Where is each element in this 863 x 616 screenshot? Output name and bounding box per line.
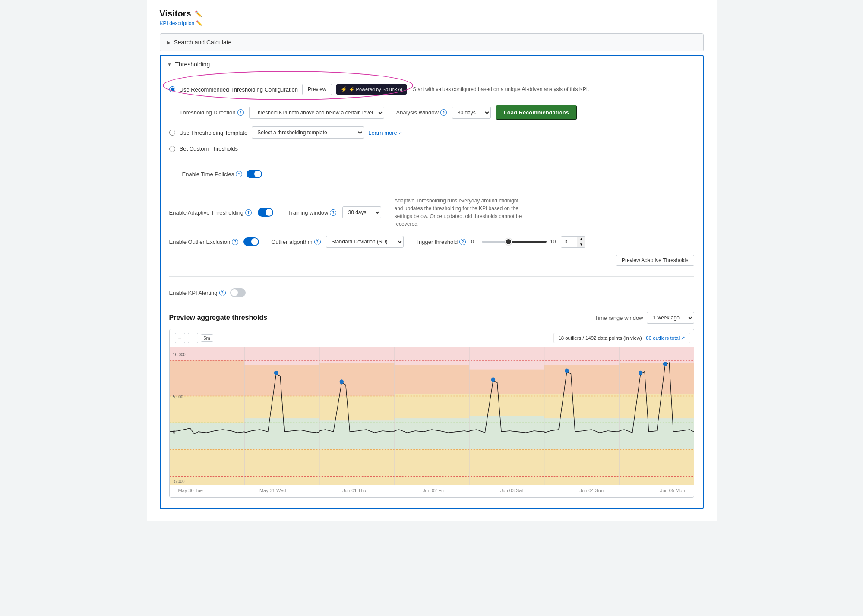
preview-button[interactable]: Preview [302, 84, 332, 95]
svg-rect-35 [619, 449, 694, 485]
trigger-slider-container: 0.1 10 [471, 239, 556, 245]
trigger-threshold-label: Trigger threshold ? [416, 239, 466, 245]
chart-header: Preview aggregate thresholds Time range … [169, 312, 694, 324]
svg-text:10,000: 10,000 [173, 352, 185, 357]
title-edit-icon[interactable]: ✏️ [195, 10, 202, 17]
template-option-row: Use Thresholding Template Select a thres… [169, 123, 694, 142]
time-range-select[interactable]: 1 week ago 2 weeks ago 1 month ago [647, 312, 694, 324]
trigger-value-up[interactable]: ▲ [577, 237, 585, 242]
custom-option-row: Set Custom Thresholds [169, 142, 694, 155]
adaptive-description: Adaptive Thresholding runs everyday arou… [394, 197, 524, 228]
svg-rect-29 [544, 418, 619, 449]
outlier-badge: 18 outliers / 1492 data points (in view)… [553, 333, 690, 343]
trigger-value-input[interactable] [561, 237, 577, 247]
lightning-icon: ⚡ [341, 86, 347, 92]
trigger-max-val: 10 [550, 239, 556, 245]
svg-rect-32 [619, 363, 694, 394]
adaptive-toggle[interactable] [258, 208, 273, 217]
svg-rect-17 [394, 365, 469, 394]
alerting-label: Enable KPI Alerting ? [169, 290, 226, 296]
svg-rect-24 [469, 416, 544, 449]
analysis-window-label: Analysis Window ? [396, 109, 447, 116]
outlier-toggle[interactable] [243, 237, 259, 246]
chart-interval: 5m [201, 334, 213, 342]
svg-point-47 [491, 377, 495, 382]
search-calculate-header[interactable]: ▶ Search and Calculate [160, 34, 703, 51]
page-title: Visitors [160, 9, 191, 19]
svg-rect-10 [244, 449, 319, 485]
svg-point-45 [274, 371, 278, 375]
recommended-label: Use Recommended Thresholding Configurati… [180, 86, 298, 93]
kpi-description-link[interactable]: KPI description ✏️ [160, 20, 704, 26]
trigger-value-arrows: ▲ ▼ [577, 237, 585, 247]
chart-section: Preview aggregate thresholds Time range … [169, 312, 694, 498]
adaptive-label: Enable Adaptive Thresholding ? [169, 209, 252, 216]
trigger-value-down[interactable]: ▼ [577, 242, 585, 247]
chart-x-labels: May 30 Tue May 31 Wed Jun 01 Thu Jun 02 … [170, 485, 694, 497]
thresholding-section: ▼ Thresholding Use Recommended Threshold… [160, 55, 704, 509]
thresholding-header[interactable]: ▼ Thresholding [161, 56, 703, 73]
svg-rect-30 [544, 449, 619, 485]
direction-row: Thresholding Direction ? Threshold KPI b… [169, 102, 694, 123]
adaptive-row: Enable Adaptive Thresholding ? Training … [169, 193, 694, 232]
recommended-radio[interactable] [169, 86, 175, 92]
svg-rect-33 [619, 394, 694, 418]
outlier-total-link[interactable]: 80 outliers total ↗ [646, 335, 685, 341]
trigger-help-icon[interactable]: ? [459, 239, 466, 245]
svg-rect-25 [469, 449, 544, 485]
time-policies-toggle[interactable] [247, 170, 262, 178]
template-radio[interactable] [169, 130, 175, 136]
ai-button[interactable]: ⚡ ⚡ Powered by Splunk AI [336, 84, 407, 95]
section-separator [169, 276, 694, 277]
outlier-row: Enable Outlier Exclusion ? Outlier algor… [169, 232, 694, 251]
svg-point-50 [663, 362, 667, 366]
outlier-label: Enable Outlier Exclusion ? [169, 239, 239, 245]
search-chevron-icon: ▶ [167, 40, 171, 45]
svg-text:-5,000: -5,000 [173, 479, 184, 483]
time-policies-help-icon[interactable]: ? [236, 171, 242, 177]
svg-rect-2 [170, 360, 245, 396]
learn-more-link[interactable]: Learn more ↗ [368, 130, 401, 136]
svg-rect-34 [619, 418, 694, 449]
load-recommendations-button[interactable]: Load Recommendations [496, 105, 577, 120]
svg-rect-7 [244, 365, 319, 396]
kpi-edit-icon[interactable]: ✏️ [196, 20, 202, 26]
outlier-help-icon[interactable]: ? [232, 239, 238, 245]
training-window-label: Training window ? [288, 209, 336, 216]
preview-adaptive-button[interactable]: Preview Adaptive Thresholds [616, 255, 694, 266]
svg-rect-28 [544, 394, 619, 418]
zoom-in-button[interactable]: + [175, 333, 185, 343]
divider-2 [169, 187, 694, 187]
time-policies-row: Enable Time Policies ? [169, 166, 694, 182]
adaptive-help-icon[interactable]: ? [245, 209, 252, 216]
direction-select[interactable]: Threshold KPI both above and below a cer… [249, 107, 384, 119]
alerting-help-icon[interactable]: ? [219, 290, 226, 296]
algorithm-select[interactable]: Standard Deviation (SD) IQR [326, 236, 404, 248]
training-window-help-icon[interactable]: ? [330, 209, 336, 216]
svg-rect-13 [319, 396, 395, 421]
alerting-toggle[interactable] [230, 288, 246, 297]
divider-1 [169, 161, 694, 161]
training-window-select[interactable]: 7 days 14 days 30 days 60 days [342, 206, 381, 218]
svg-point-46 [339, 379, 343, 384]
direction-label: Thresholding Direction ? [180, 109, 244, 116]
svg-point-48 [565, 369, 569, 373]
algorithm-help-icon[interactable]: ? [314, 239, 321, 245]
svg-rect-14 [319, 420, 395, 449]
trigger-slider[interactable] [482, 241, 547, 243]
template-select[interactable]: Select a thresholding template [252, 126, 364, 139]
time-range-label: Time range window [594, 315, 643, 321]
recommended-option-row: Use Recommended Thresholding Configurati… [169, 84, 694, 95]
ai-button-label: ⚡ Powered by Splunk AI [349, 87, 403, 92]
svg-text:5,000: 5,000 [173, 394, 183, 399]
analysis-window-help-icon[interactable]: ? [440, 109, 447, 116]
direction-help-icon[interactable]: ? [237, 109, 244, 116]
custom-label: Set Custom Thresholds [180, 145, 238, 152]
alerting-row: Enable KPI Alerting ? [169, 284, 694, 301]
analysis-window-select[interactable]: 7 days 14 days 30 days 60 days [452, 107, 491, 119]
custom-radio[interactable] [169, 146, 175, 152]
zoom-out-button[interactable]: − [188, 333, 198, 343]
chart-svg: 10,000 5,000 0 -5,000 [170, 347, 694, 485]
trigger-value-input-group: ▲ ▼ [561, 236, 585, 248]
svg-text:0: 0 [173, 430, 175, 435]
